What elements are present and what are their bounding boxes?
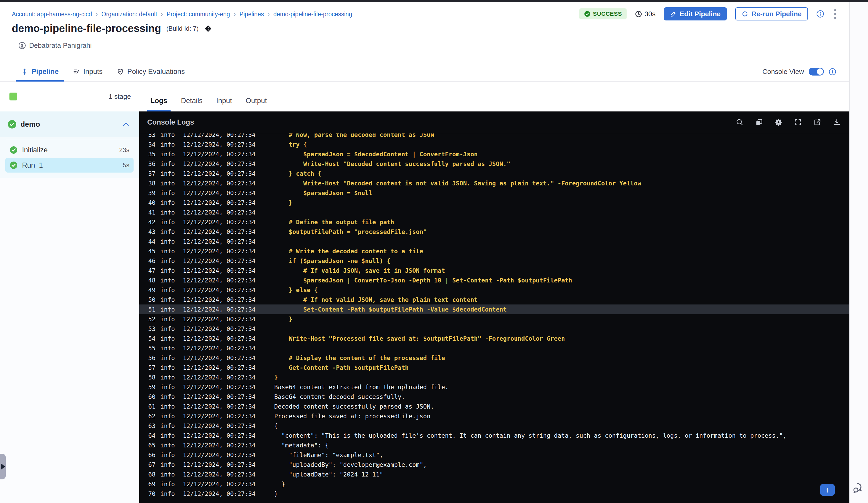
breadcrumb-project[interactable]: Project: community-eng <box>167 11 230 18</box>
main-tabs-bar: Pipeline Inputs Policy Evaluations Conso… <box>0 63 849 82</box>
header-actions: SUCCESS 30s Edit Pipeline Re-run Pipelin… <box>579 7 838 21</box>
log-line: 69info12/12/2024, 00:27:34 } <box>140 479 849 489</box>
tab-inputs-label: Inputs <box>83 68 103 76</box>
log-line: 60info12/12/2024, 00:27:34Base64 content… <box>140 392 849 401</box>
console-header: Console Logs <box>140 112 849 133</box>
step-success-icon <box>10 161 17 169</box>
step-name: Initialize <box>22 146 48 154</box>
step-duration: 5s <box>123 161 130 169</box>
pencil-icon <box>670 11 676 17</box>
info-icon[interactable] <box>816 10 824 18</box>
step-run-1[interactable]: Run_1 5s <box>5 158 134 172</box>
log-line: 34info12/12/2024, 00:27:34 try { <box>140 139 849 149</box>
tab-pipeline-label: Pipeline <box>31 68 59 76</box>
status-label: SUCCESS <box>593 10 622 17</box>
log-line: 41info12/12/2024, 00:27:34 <box>140 208 849 217</box>
log-line: 57info12/12/2024, 00:27:34 Get-Content -… <box>140 363 849 373</box>
step-list: Initialize 23s Run_1 5s <box>0 137 139 178</box>
breadcrumb-separator: › <box>268 10 270 18</box>
right-edge-strip <box>849 2 868 503</box>
log-line: 54info12/12/2024, 00:27:34 Write-Host "P… <box>140 334 849 343</box>
shield-check-icon <box>117 68 124 75</box>
log-line: 61info12/12/2024, 00:27:34Decoded conten… <box>140 401 849 411</box>
pipeline-execution-page: Account: app-harness-ng-cicd › Organizat… <box>0 0 868 503</box>
author-name: Debabrata Panigrahi <box>29 41 92 50</box>
scroll-to-top-button[interactable]: ↑ <box>820 484 835 496</box>
breadcrumb-current-pipeline[interactable]: demo-pipeline-file-processing <box>273 11 352 18</box>
breadcrumb-account[interactable]: Account: app-harness-ng-cicd <box>12 11 92 18</box>
expand-left-panel-handle[interactable] <box>0 454 6 479</box>
log-line: 39info12/12/2024, 00:27:34 $parsedJson =… <box>140 188 849 198</box>
inputs-icon <box>73 68 80 75</box>
duration-value: 30s <box>644 10 655 18</box>
step-list-divider <box>6 140 133 140</box>
log-line: 36info12/12/2024, 00:27:34 Write-Host "D… <box>140 159 849 169</box>
status-badge: SUCCESS <box>579 8 627 19</box>
more-options-menu[interactable] <box>833 8 838 20</box>
build-id-label: (Build Id: 7) <box>166 25 199 32</box>
tab-inputs[interactable]: Inputs <box>68 63 108 82</box>
breadcrumb-separator: › <box>161 10 163 18</box>
log-line: 48info12/12/2024, 00:27:34 $parsedJson |… <box>140 275 849 285</box>
log-line: 59info12/12/2024, 00:27:34Base64 content… <box>140 382 849 392</box>
log-line: 46info12/12/2024, 00:27:34 if ($parsedJs… <box>140 256 849 266</box>
edit-pipeline-label: Edit Pipeline <box>680 10 721 18</box>
log-panel: Logs Details Input Output Console Logs 3… <box>140 82 849 503</box>
log-line: 52info12/12/2024, 00:27:34 } <box>140 314 849 324</box>
copy-icon[interactable] <box>755 118 763 126</box>
edit-pipeline-button[interactable]: Edit Pipeline <box>664 7 727 20</box>
log-line: 66info12/12/2024, 00:27:34 "fileName": "… <box>140 450 849 460</box>
log-lines: 33info12/12/2024, 00:27:34 # Now, parse … <box>140 134 849 499</box>
log-line: 68info12/12/2024, 00:27:34 "uploadDate":… <box>140 469 849 479</box>
log-line: 50info12/12/2024, 00:27:34 # If not vali… <box>140 295 849 304</box>
breadcrumb: Account: app-harness-ng-cicd › Organizat… <box>12 10 352 18</box>
log-viewport[interactable]: 33info12/12/2024, 00:27:34 # Now, parse … <box>140 134 849 503</box>
console-view-info-icon[interactable] <box>829 68 836 75</box>
title-row: demo-pipeline-file-processing (Build Id:… <box>12 23 212 34</box>
log-tab-logs[interactable]: Logs <box>147 92 170 112</box>
log-line: 37info12/12/2024, 00:27:34 } catch { <box>140 169 849 178</box>
breadcrumb-separator: › <box>96 10 98 18</box>
log-tab-details[interactable]: Details <box>178 92 206 112</box>
log-tab-input[interactable]: Input <box>213 92 235 112</box>
breadcrumb-organization[interactable]: Organization: default <box>102 11 157 18</box>
step-initialize[interactable]: Initialize 23s <box>5 143 134 157</box>
search-icon[interactable] <box>735 118 744 126</box>
success-check-icon <box>584 11 590 17</box>
stage-count-label: 1 stage <box>108 93 131 101</box>
log-line: 62info12/12/2024, 00:27:34Processed file… <box>140 411 849 421</box>
breadcrumb-pipelines[interactable]: Pipelines <box>239 11 264 18</box>
rerun-icon <box>742 10 748 17</box>
log-tabs: Logs Details Input Output <box>140 82 849 112</box>
stage-group-demo[interactable]: demo <box>0 112 139 137</box>
tab-pipeline[interactable]: Pipeline <box>16 63 64 82</box>
log-tab-output[interactable]: Output <box>242 92 270 112</box>
console-toolbar <box>735 118 841 126</box>
expand-arrow-icon <box>1 463 5 470</box>
log-line: 38info12/12/2024, 00:27:34 Write-Host "D… <box>140 178 849 188</box>
fullscreen-icon[interactable] <box>794 118 802 126</box>
duration: 30s <box>635 10 655 18</box>
log-line: 70info12/12/2024, 00:27:34} <box>140 489 849 499</box>
console-title: Console Logs <box>147 118 194 126</box>
rerun-pipeline-button[interactable]: Re-run Pipeline <box>735 7 808 20</box>
stage-meta-row: 1 stage <box>0 82 139 112</box>
log-line: 53info12/12/2024, 00:27:34 <box>140 324 849 334</box>
log-line: 43info12/12/2024, 00:27:34 $outputFilePa… <box>140 227 849 237</box>
support-chat-icon[interactable] <box>852 482 865 494</box>
log-line: 56info12/12/2024, 00:27:34 # Display the… <box>140 353 849 363</box>
tab-policy-evaluations[interactable]: Policy Evaluations <box>112 63 190 82</box>
log-line: 51info12/12/2024, 00:27:34 Set-Content -… <box>140 304 849 314</box>
user-avatar-icon <box>18 42 26 49</box>
stage-group-name: demo <box>20 120 40 128</box>
chevron-up-icon[interactable] <box>122 120 130 128</box>
settings-gear-icon[interactable] <box>774 118 783 126</box>
console-view-toggle[interactable] <box>809 68 824 75</box>
pipeline-icon <box>21 68 28 75</box>
download-icon[interactable] <box>833 118 841 126</box>
log-line: 63info12/12/2024, 00:27:34{ <box>140 421 849 431</box>
top-edge-bar <box>0 0 868 2</box>
open-in-new-icon[interactable] <box>813 118 822 126</box>
console-view-label: Console View <box>762 68 804 76</box>
step-duration: 23s <box>119 146 130 154</box>
